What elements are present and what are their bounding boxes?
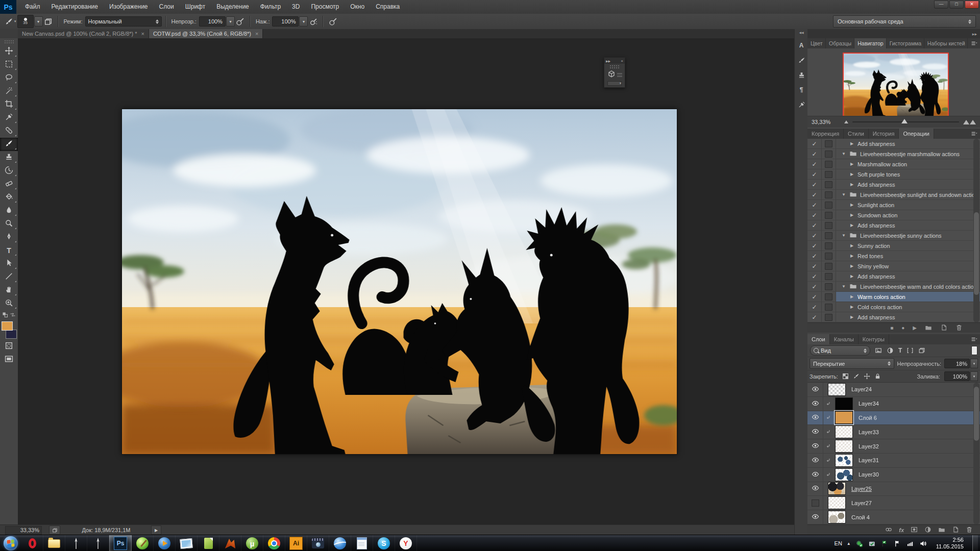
taskbar-app-utorrent[interactable]: µ bbox=[241, 535, 263, 551]
clone-source-panel-icon[interactable] bbox=[796, 69, 807, 81]
action-enabled-check[interactable]: ✓ bbox=[807, 312, 822, 322]
move-tool[interactable] bbox=[0, 45, 18, 58]
brush-presets-panel-icon[interactable] bbox=[796, 55, 807, 66]
layer-blend-mode-select[interactable]: Перекрытие bbox=[810, 358, 894, 369]
layers-scrollbar[interactable] bbox=[973, 383, 979, 524]
taskbar-app-paint-app[interactable] bbox=[132, 535, 154, 551]
add-mask-icon[interactable] bbox=[911, 526, 918, 534]
toggle-brush-panel-icon[interactable] bbox=[43, 16, 54, 27]
expand-arrow-icon[interactable]: ▶ bbox=[849, 274, 854, 279]
start-button[interactable] bbox=[2, 536, 19, 551]
brush-preset-picker[interactable]: 35 bbox=[17, 15, 34, 28]
tablet-pressure-opacity-icon[interactable] bbox=[235, 16, 246, 27]
floating-collapsed-panel[interactable]: ▶▶ × ▾ bbox=[604, 57, 625, 88]
actions-panel-menu-icon[interactable] bbox=[968, 129, 980, 139]
action-row[interactable]: ✓▶Shiny yellow bbox=[807, 261, 980, 271]
action-row[interactable]: ✓▶Add sharpness bbox=[807, 220, 980, 231]
airbrush-icon[interactable] bbox=[308, 16, 319, 27]
action-row[interactable]: ✓▶Sunny action bbox=[807, 241, 980, 251]
clone-stamp-tool[interactable] bbox=[0, 151, 18, 164]
expand-arrow-icon[interactable]: ▶ bbox=[849, 254, 854, 258]
menu-3[interactable]: Слои bbox=[154, 0, 180, 14]
layer-visibility-toggle[interactable] bbox=[807, 425, 823, 439]
updater-tray-icon[interactable] bbox=[868, 539, 876, 547]
antivirus-tray-icon[interactable] bbox=[855, 539, 864, 547]
lasso-tool[interactable] bbox=[0, 71, 18, 85]
action-enabled-check[interactable]: ✓ bbox=[807, 159, 822, 169]
layer-thumbnail[interactable] bbox=[835, 411, 853, 424]
menu-7[interactable]: 3D bbox=[286, 0, 305, 14]
expand-arrow-icon[interactable]: ▶ bbox=[849, 203, 854, 207]
action-row[interactable]: ✓▶Marshmallow action bbox=[807, 159, 980, 169]
action-row[interactable]: ✓▶Cold colors action bbox=[807, 302, 980, 312]
zoom-out-icon[interactable] bbox=[844, 120, 848, 123]
taskbar-app-green-doc[interactable] bbox=[198, 535, 219, 551]
info-panel-icon[interactable] bbox=[796, 99, 807, 110]
layer-name[interactable]: Layer34 bbox=[859, 400, 879, 407]
action-row[interactable]: ✓▶Soft purple tones bbox=[807, 169, 980, 180]
menu-5[interactable]: Выделение bbox=[211, 0, 255, 14]
paint-bucket-tool[interactable] bbox=[0, 191, 18, 204]
layer-row[interactable]: Слой 6 bbox=[807, 411, 980, 425]
expand-arrow-icon[interactable]: ▶ bbox=[849, 305, 854, 309]
navigator-proxy-view[interactable] bbox=[843, 53, 949, 117]
green-flag-tray-icon[interactable] bbox=[881, 539, 889, 547]
filter-adjustment-layers-icon[interactable] bbox=[887, 347, 894, 354]
expand-arrow-icon[interactable]: ▶ bbox=[849, 141, 854, 146]
action-dialog-toggle[interactable] bbox=[822, 180, 836, 189]
type-tool[interactable]: T bbox=[0, 244, 18, 257]
layer-thumbnail[interactable] bbox=[835, 440, 853, 453]
swap-colors-icon[interactable] bbox=[10, 311, 16, 320]
quick-mask-button[interactable] bbox=[0, 339, 18, 352]
layer-row[interactable]: Layer32 bbox=[807, 439, 980, 454]
menu-8[interactable]: Просмотр bbox=[305, 0, 345, 14]
action-dialog-toggle[interactable] bbox=[822, 282, 836, 291]
navigator-zoom-value[interactable]: 33,33% bbox=[807, 119, 840, 125]
action-enabled-check[interactable]: ✓ bbox=[807, 292, 822, 302]
taskbar-app-illustrator[interactable]: Ai bbox=[285, 535, 307, 551]
delete-action-icon[interactable] bbox=[955, 324, 963, 332]
taskbar-app-skyrim-2[interactable] bbox=[87, 535, 109, 551]
layer-row[interactable]: Layer30 bbox=[807, 468, 980, 482]
taskbar-app-google-earth[interactable] bbox=[329, 535, 351, 551]
menu-9[interactable]: Окно bbox=[345, 0, 370, 14]
layer-row[interactable]: Слой 4 bbox=[807, 510, 980, 524]
brush-preset-caret[interactable]: ▾ bbox=[34, 16, 43, 27]
hidden-icons-arrow[interactable]: ▲ bbox=[847, 541, 851, 546]
link-layers-icon[interactable] bbox=[885, 526, 892, 534]
expand-arrow-icon[interactable]: ▶ bbox=[849, 162, 854, 166]
taskbar-app-matlab[interactable] bbox=[219, 535, 241, 551]
layers-tab-0[interactable]: Слои bbox=[807, 334, 830, 344]
minimize-button[interactable]: — bbox=[934, 1, 948, 9]
navigator-tab-2[interactable]: Навигатор bbox=[854, 38, 886, 48]
expand-arrow-icon[interactable]: ▼ bbox=[841, 284, 846, 289]
layer-thumbnail[interactable] bbox=[828, 496, 846, 509]
floating-panel-dropdown[interactable]: ▾ bbox=[607, 81, 622, 86]
path-select-tool[interactable] bbox=[0, 257, 18, 270]
layer-opacity-caret[interactable]: ▾ bbox=[970, 359, 978, 368]
layer-opacity-input[interactable]: 18% bbox=[944, 359, 970, 368]
action-set-row[interactable]: ✓▼Lieveheersbeestje warm and cold colors… bbox=[807, 282, 980, 292]
layer-name[interactable]: Слой 4 bbox=[851, 514, 870, 520]
zoom-tool[interactable] bbox=[0, 297, 18, 310]
layer-name[interactable]: Layer32 bbox=[859, 443, 879, 449]
expand-arrow-icon[interactable]: ▶ bbox=[849, 223, 854, 228]
action-dialog-toggle[interactable] bbox=[822, 200, 836, 210]
expand-arrow-icon[interactable]: ▶ bbox=[849, 243, 854, 248]
layer-thumbnail[interactable] bbox=[828, 511, 846, 523]
layer-name[interactable]: Layer33 bbox=[859, 429, 879, 435]
action-row[interactable]: ✓▶Add sharpness bbox=[807, 180, 980, 190]
action-enabled-check[interactable]: ✓ bbox=[807, 231, 822, 240]
action-dialog-toggle[interactable] bbox=[822, 210, 836, 220]
action-enabled-check[interactable]: ✓ bbox=[807, 200, 822, 210]
layer-visibility-toggle[interactable] bbox=[807, 383, 823, 396]
action-row[interactable]: ✓▶Add sharpness bbox=[807, 139, 980, 149]
zoom-slider-knob[interactable] bbox=[901, 119, 908, 123]
flow-caret[interactable]: ▾ bbox=[299, 16, 308, 27]
dodge-tool[interactable] bbox=[0, 217, 18, 231]
layer-row[interactable]: Layer25 bbox=[807, 482, 980, 496]
menu-1[interactable]: Редактирование bbox=[46, 0, 104, 14]
filter-smart-objects-icon[interactable] bbox=[918, 347, 925, 354]
action-enabled-check[interactable]: ✓ bbox=[807, 220, 822, 230]
hand-tool[interactable] bbox=[0, 284, 18, 297]
